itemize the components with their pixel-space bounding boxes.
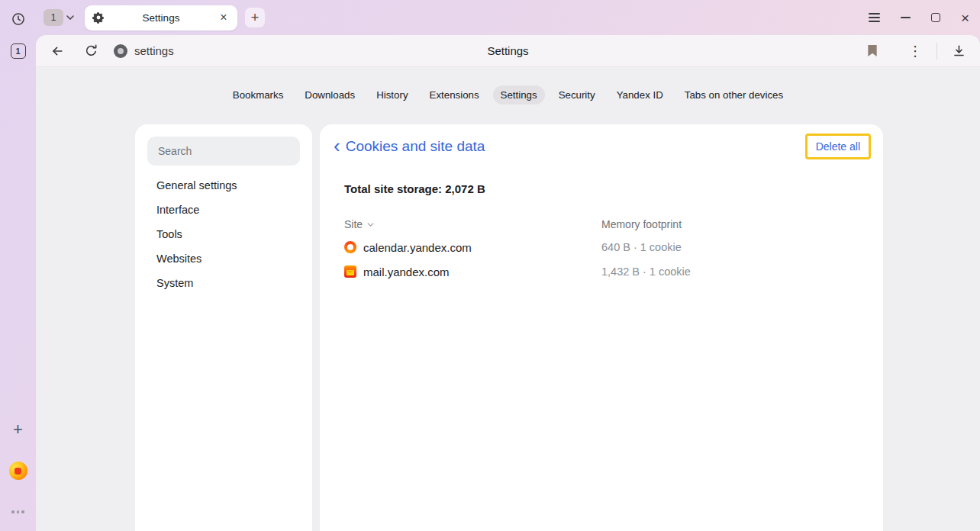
memory-cell: 640 B · 1 cookie xyxy=(601,241,859,253)
toolbar-right: ⋮ xyxy=(860,39,971,63)
download-icon xyxy=(952,43,966,58)
downloads-button[interactable] xyxy=(946,39,971,63)
toolbar-more-button[interactable]: ⋮ xyxy=(903,39,927,63)
nav-item-bookmarks[interactable]: Bookmarks xyxy=(225,85,292,105)
settings-menu: General settings Interface Tools Website… xyxy=(147,173,300,295)
history-clock-button[interactable] xyxy=(7,8,30,31)
cookie-site-row[interactable]: mail.yandex.com 1,432 B · 1 cookie xyxy=(344,259,859,284)
back-to-settings[interactable]: ‹ Cookies and site data xyxy=(334,138,485,156)
more-vertical-icon: ⋮ xyxy=(908,44,922,58)
tab-counter[interactable]: 1 xyxy=(44,9,74,26)
nav-item-security[interactable]: Security xyxy=(551,85,603,105)
cookie-site-row[interactable]: calendar.yandex.com 640 B · 1 cookie xyxy=(344,235,859,259)
tab-close-button[interactable]: × xyxy=(218,11,230,24)
reload-icon xyxy=(84,43,98,58)
tab-panel-button[interactable]: 1 xyxy=(7,40,30,63)
sidebar-rail: 1 + xyxy=(0,0,36,531)
back-arrow-icon xyxy=(50,43,65,59)
tab-count-badge: 1 xyxy=(44,9,63,26)
maximize-icon xyxy=(931,13,940,22)
site-name: calendar.yandex.com xyxy=(363,241,472,254)
nav-item-tabs-other-devices[interactable]: Tabs on other devices xyxy=(677,85,791,105)
maximize-button[interactable] xyxy=(931,13,940,22)
search-input[interactable] xyxy=(147,137,300,166)
cookies-table-header: Site Memory footprint xyxy=(344,214,859,235)
page-title: Settings xyxy=(487,44,528,57)
bookmark-icon xyxy=(867,44,878,57)
browser-toolbar: settings Settings ⋮ xyxy=(36,35,980,67)
gear-icon xyxy=(92,11,105,24)
settings-content: Bookmarks Downloads History Extensions S… xyxy=(36,67,980,531)
address-bar[interactable]: settings xyxy=(114,44,174,58)
panel-title: Cookies and site data xyxy=(346,138,485,155)
sidebar-item-general-settings[interactable]: General settings xyxy=(147,173,300,198)
site-favicon xyxy=(114,44,127,58)
settings-topnav: Bookmarks Downloads History Extensions S… xyxy=(36,85,980,105)
url-text: settings xyxy=(134,44,174,57)
total-site-storage: Total site storage: 2,072 B xyxy=(344,182,859,195)
reload-button[interactable] xyxy=(79,39,103,63)
browser-tab-settings[interactable]: Settings × xyxy=(85,5,237,31)
minimize-icon xyxy=(901,17,911,18)
minimize-button[interactable] xyxy=(901,17,911,18)
delete-all-button[interactable]: Delete all xyxy=(805,134,871,159)
window-controls: × xyxy=(869,11,980,25)
tab-panel-icon: 1 xyxy=(11,43,26,59)
sidebar-item-websites[interactable]: Websites xyxy=(147,246,300,271)
site-name: mail.yandex.com xyxy=(363,266,450,278)
calendar-favicon-icon xyxy=(344,241,356,253)
clock-icon xyxy=(11,11,26,27)
close-window-button[interactable]: × xyxy=(961,11,969,25)
rail-bottom: + xyxy=(7,418,30,523)
cookies-panel-card: ‹ Cookies and site data Delete all Total… xyxy=(320,124,883,531)
sort-chevron-icon xyxy=(367,223,374,227)
sidebar-item-interface[interactable]: Interface xyxy=(147,198,300,222)
toolbar-divider xyxy=(936,43,937,60)
nav-item-extensions[interactable]: Extensions xyxy=(422,85,487,105)
back-button[interactable] xyxy=(45,39,69,63)
mail-favicon-icon xyxy=(344,266,356,278)
hamburger-icon xyxy=(869,13,880,22)
memory-column-header: Memory footprint xyxy=(601,218,859,230)
nav-item-downloads[interactable]: Downloads xyxy=(297,85,363,105)
chevron-left-icon: ‹ xyxy=(334,136,340,156)
nav-item-settings[interactable]: Settings xyxy=(493,85,545,105)
cookies-panel-header: ‹ Cookies and site data Delete all xyxy=(320,124,883,159)
sidebar-item-system[interactable]: System xyxy=(147,271,300,295)
new-tab-button[interactable]: + xyxy=(245,8,265,27)
window-titlebar: 1 Settings × + × xyxy=(36,0,980,35)
site-column-header[interactable]: Site xyxy=(344,218,601,230)
memory-cell: 1,432 B · 1 cookie xyxy=(601,266,859,278)
more-horizontal-icon xyxy=(11,510,24,513)
site-header-label: Site xyxy=(344,218,363,230)
menu-button[interactable] xyxy=(869,13,880,22)
chevron-down-icon xyxy=(66,15,74,20)
browser-page: settings Settings ⋮ Bookmarks Downloads … xyxy=(36,35,980,531)
sidebar-item-tools[interactable]: Tools xyxy=(147,222,300,246)
nav-item-history[interactable]: History xyxy=(369,85,415,105)
rail-more-button[interactable] xyxy=(7,500,30,523)
cookies-table: Site Memory footprint calendar.yandex.co… xyxy=(344,214,859,284)
yandex-app-button[interactable] xyxy=(7,459,30,482)
tab-title: Settings xyxy=(111,12,211,24)
bookmark-button[interactable] xyxy=(860,39,885,63)
nav-item-yandex-id[interactable]: Yandex ID xyxy=(609,85,671,105)
yandex-app-icon xyxy=(9,462,27,480)
site-cell: calendar.yandex.com xyxy=(344,241,601,254)
site-cell: mail.yandex.com xyxy=(344,266,601,278)
settings-sidebar-card: General settings Interface Tools Website… xyxy=(135,124,312,531)
rail-add-button[interactable]: + xyxy=(7,418,30,441)
